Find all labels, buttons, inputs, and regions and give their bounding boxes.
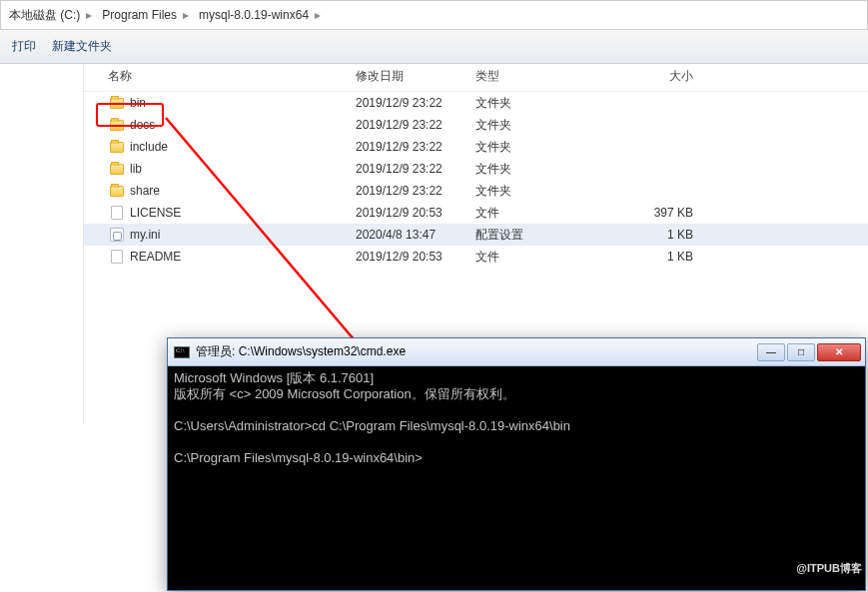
file-date: 2019/12/9 23:22 <box>356 184 475 198</box>
file-date: 2019/12/9 20:53 <box>356 250 475 264</box>
col-name[interactable]: 名称 <box>108 68 356 85</box>
file-icon <box>108 206 126 220</box>
folder-icon <box>108 164 126 175</box>
table-row[interactable]: lib2019/12/9 23:22文件夹 <box>84 158 868 180</box>
file-type: 文件 <box>475 249 629 266</box>
table-row[interactable]: LICENSE2019/12/9 20:53文件397 KB <box>84 202 868 224</box>
new-folder-button[interactable]: 新建文件夹 <box>52 38 112 55</box>
table-row[interactable]: docs2019/12/9 23:22文件夹 <box>84 114 868 136</box>
breadcrumb-seg[interactable]: mysql-8.0.19-winx64 <box>191 1 313 29</box>
cmd-output[interactable]: Microsoft Windows [版本 6.1.7601] 版权所有 <c>… <box>168 366 865 470</box>
table-row[interactable]: share2019/12/9 23:22文件夹 <box>84 180 868 202</box>
file-name: LICENSE <box>126 206 356 220</box>
cmd-window[interactable]: 管理员: C:\Windows\system32\cmd.exe — □ ✕ M… <box>167 337 866 591</box>
close-button[interactable]: ✕ <box>817 343 861 361</box>
file-name: bin <box>126 96 356 110</box>
file-type: 配置设置 <box>475 227 629 244</box>
cmd-titlebar[interactable]: 管理员: C:\Windows\system32\cmd.exe — □ ✕ <box>168 338 865 366</box>
file-date: 2019/12/9 23:22 <box>356 118 475 132</box>
table-row[interactable]: README2019/12/9 20:53文件1 KB <box>84 246 868 268</box>
file-name: lib <box>126 162 356 176</box>
file-name: README <box>126 250 356 264</box>
folder-icon <box>108 120 126 131</box>
file-icon <box>108 250 126 264</box>
file-type: 文件夹 <box>475 117 629 134</box>
table-row[interactable]: my.ini2020/4/8 13:47配置设置1 KB <box>84 224 868 246</box>
file-size: 1 KB <box>629 228 709 242</box>
file-name: include <box>126 140 356 154</box>
column-headers[interactable]: 名称 修改日期 类型 大小 <box>84 64 868 92</box>
col-size[interactable]: 大小 <box>629 68 709 85</box>
window-controls: — □ ✕ <box>757 343 861 361</box>
folder-icon <box>108 186 126 197</box>
file-date: 2019/12/9 23:22 <box>356 162 475 176</box>
toolbar: 打印 新建文件夹 <box>0 30 868 64</box>
file-type: 文件夹 <box>475 183 629 200</box>
file-type: 文件夹 <box>475 95 629 112</box>
file-name: share <box>126 184 356 198</box>
folder-icon <box>108 98 126 109</box>
file-date: 2020/4/8 13:47 <box>356 228 475 242</box>
col-type[interactable]: 类型 <box>475 68 629 85</box>
file-size: 1 KB <box>629 250 709 264</box>
file-name: my.ini <box>126 228 356 242</box>
table-row[interactable]: include2019/12/9 23:22文件夹 <box>84 136 868 158</box>
breadcrumb-drive[interactable]: 本地磁盘 (C:) <box>1 1 84 29</box>
chevron-right-icon: ▸ <box>181 8 191 22</box>
file-size: 397 KB <box>629 206 709 220</box>
folder-icon <box>108 142 126 153</box>
table-row[interactable]: bin2019/12/9 23:22文件夹 <box>84 92 868 114</box>
chevron-right-icon: ▸ <box>84 8 94 22</box>
file-date: 2019/12/9 20:53 <box>356 206 475 220</box>
sidebar <box>0 64 84 423</box>
print-button[interactable]: 打印 <box>12 38 36 55</box>
maximize-button[interactable]: □ <box>787 343 815 361</box>
settings-file-icon <box>108 228 126 242</box>
breadcrumb-seg[interactable]: Program Files <box>94 1 181 29</box>
file-date: 2019/12/9 23:22 <box>356 140 475 154</box>
file-date: 2019/12/9 23:22 <box>356 96 475 110</box>
chevron-right-icon: ▸ <box>313 8 323 22</box>
minimize-button[interactable]: — <box>757 343 785 361</box>
file-type: 文件夹 <box>475 161 629 178</box>
file-name: docs <box>126 118 356 132</box>
cmd-icon <box>174 346 190 358</box>
file-type: 文件 <box>475 205 629 222</box>
cmd-title-text: 管理员: C:\Windows\system32\cmd.exe <box>196 343 757 360</box>
address-bar[interactable]: 本地磁盘 (C:) ▸ Program Files ▸ mysql-8.0.19… <box>0 0 868 30</box>
file-type: 文件夹 <box>475 139 629 156</box>
col-date[interactable]: 修改日期 <box>356 68 475 85</box>
